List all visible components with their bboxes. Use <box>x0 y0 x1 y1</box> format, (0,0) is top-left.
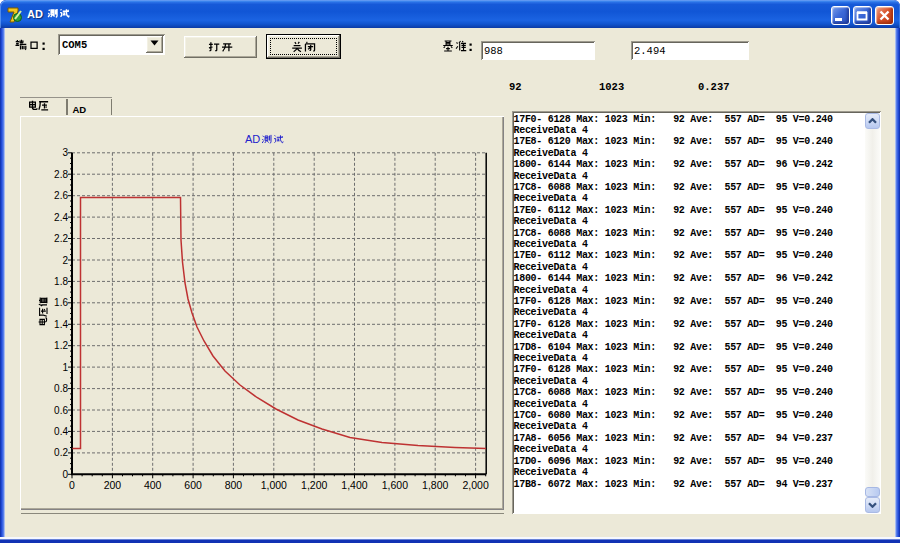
svg-text:0.2: 0.2 <box>54 447 68 458</box>
svg-text:0.8: 0.8 <box>54 383 68 394</box>
svg-text:1.6: 1.6 <box>54 297 68 308</box>
svg-text:400: 400 <box>144 479 162 491</box>
svg-text:0: 0 <box>62 469 68 480</box>
svg-text:2: 2 <box>62 255 68 266</box>
svg-text:1.4: 1.4 <box>54 319 68 330</box>
svg-text:2.4: 2.4 <box>54 212 68 223</box>
svg-text:1: 1 <box>62 362 68 373</box>
svg-text:2.6: 2.6 <box>54 190 68 201</box>
svg-text:2.8: 2.8 <box>54 169 68 180</box>
svg-text:800: 800 <box>225 479 243 491</box>
svg-text:2,000: 2,000 <box>462 479 488 491</box>
svg-text:3: 3 <box>62 147 68 158</box>
svg-text:1,000: 1,000 <box>261 479 287 491</box>
svg-text:2.2: 2.2 <box>54 233 68 244</box>
svg-text:1.2: 1.2 <box>54 340 68 351</box>
svg-text:1,800: 1,800 <box>422 479 448 491</box>
svg-text:1,400: 1,400 <box>341 479 367 491</box>
svg-text:200: 200 <box>104 479 122 491</box>
svg-text:0.6: 0.6 <box>54 405 68 416</box>
svg-text:1,200: 1,200 <box>301 479 327 491</box>
svg-text:1.8: 1.8 <box>54 276 68 287</box>
svg-text:600: 600 <box>184 479 202 491</box>
svg-text:0: 0 <box>69 479 75 491</box>
svg-text:0.4: 0.4 <box>54 426 68 437</box>
svg-text:1,600: 1,600 <box>382 479 408 491</box>
